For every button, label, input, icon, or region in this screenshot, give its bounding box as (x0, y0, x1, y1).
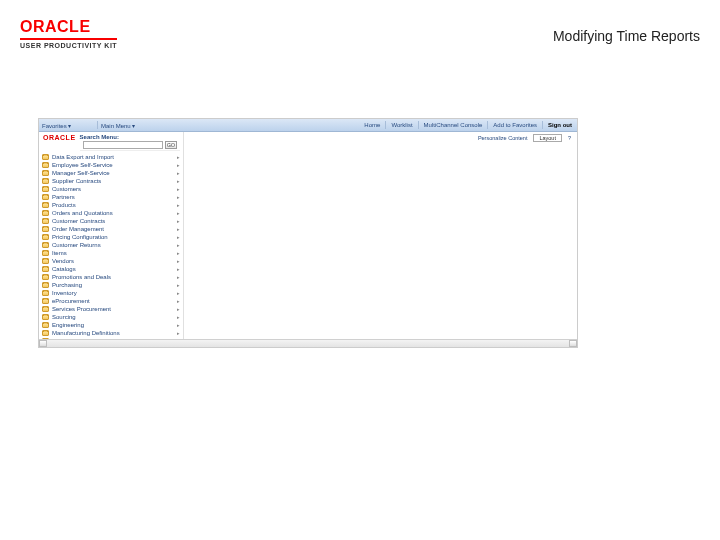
nav-item-label: Engineering (52, 322, 84, 328)
app-topbar: Favorites ▾ Main Menu ▾ Home Worklist Mu… (39, 119, 577, 132)
scroll-left-button[interactable] (39, 340, 47, 347)
horizontal-scrollbar[interactable] (39, 339, 577, 347)
nav-item-label: Orders and Quotations (52, 210, 113, 216)
scroll-right-button[interactable] (569, 340, 577, 347)
folder-icon (42, 162, 49, 168)
nav-item[interactable]: Promotions and Deals▸ (39, 273, 183, 281)
chevron-right-icon: ▸ (177, 170, 180, 176)
folder-icon (42, 186, 49, 192)
nav-worklist[interactable]: Worklist (386, 119, 417, 131)
chevron-right-icon: ▸ (177, 314, 180, 320)
chevron-right-icon: ▸ (177, 162, 180, 168)
nav-item[interactable]: Orders and Quotations▸ (39, 209, 183, 217)
nav-item[interactable]: Inventory▸ (39, 289, 183, 297)
folder-icon (42, 266, 49, 272)
chevron-right-icon: ▸ (177, 258, 180, 264)
nav-item[interactable]: Products▸ (39, 201, 183, 209)
nav-item[interactable]: Customer Returns▸ (39, 241, 183, 249)
nav-item-label: Customer Contracts (52, 218, 105, 224)
folder-icon (42, 170, 49, 176)
chevron-right-icon: ▸ (177, 298, 180, 304)
nav-item[interactable]: Production Control▸ (39, 337, 183, 339)
nav-item[interactable]: Data Export and Import▸ (39, 153, 183, 161)
nav-item[interactable]: Vendors▸ (39, 257, 183, 265)
chevron-right-icon: ▸ (177, 218, 180, 224)
folder-icon (42, 330, 49, 336)
nav-item[interactable]: Sourcing▸ (39, 313, 183, 321)
folder-icon (42, 274, 49, 280)
nav-item[interactable]: Items▸ (39, 249, 183, 257)
page-title: Modifying Time Reports (553, 28, 700, 44)
nav-item-label: Vendors (52, 258, 74, 264)
chevron-right-icon: ▸ (177, 306, 180, 312)
folder-icon (42, 226, 49, 232)
oracle-logo: ORACLE (20, 18, 117, 36)
nav-sign-out[interactable]: Sign out (543, 119, 577, 131)
nav-item[interactable]: Customer Contracts▸ (39, 217, 183, 225)
favorites-menu[interactable]: Favorites ▾ (39, 119, 97, 131)
nav-item[interactable]: Customers▸ (39, 185, 183, 193)
chevron-right-icon: ▸ (177, 202, 180, 208)
nav-menu: Data Export and Import▸Employee Self-Ser… (39, 151, 183, 339)
nav-item-label: Items (52, 250, 67, 256)
folder-icon (42, 314, 49, 320)
folder-icon (42, 242, 49, 248)
nav-item[interactable]: Manufacturing Definitions▸ (39, 329, 183, 337)
nav-item-label: Production Control (52, 338, 102, 339)
folder-icon (42, 250, 49, 256)
nav-item-label: Promotions and Deals (52, 274, 111, 280)
folder-icon (42, 338, 49, 339)
chevron-right-icon: ▸ (177, 322, 180, 328)
main-menu[interactable]: Main Menu ▾ (98, 119, 156, 131)
nav-item[interactable]: Catalogs▸ (39, 265, 183, 273)
nav-item-label: Customers (52, 186, 81, 192)
chevron-right-icon: ▸ (177, 282, 180, 288)
left-nav-panel: ORACLE Search Menu: GO Data Export and I… (39, 132, 184, 339)
nav-item-label: Partners (52, 194, 75, 200)
chevron-right-icon: ▸ (177, 178, 180, 184)
chevron-right-icon: ▸ (177, 338, 180, 339)
nav-item-label: Employee Self-Service (52, 162, 113, 168)
nav-item[interactable]: Manager Self-Service▸ (39, 169, 183, 177)
chevron-right-icon: ▸ (177, 266, 180, 272)
folder-icon (42, 202, 49, 208)
oracle-small-logo: ORACLE (39, 132, 80, 143)
nav-item[interactable]: Engineering▸ (39, 321, 183, 329)
chevron-right-icon: ▸ (177, 186, 180, 192)
nav-item-label: Manager Self-Service (52, 170, 110, 176)
nav-item[interactable]: Partners▸ (39, 193, 183, 201)
nav-multichannel[interactable]: MultiChannel Console (419, 119, 488, 131)
nav-item[interactable]: Pricing Configuration▸ (39, 233, 183, 241)
chevron-right-icon: ▸ (177, 210, 180, 216)
chevron-right-icon: ▸ (177, 194, 180, 200)
nav-item-label: Purchasing (52, 282, 82, 288)
nav-item[interactable]: Supplier Contracts▸ (39, 177, 183, 185)
folder-icon (42, 234, 49, 240)
chevron-right-icon: ▸ (177, 154, 180, 160)
folder-icon (42, 154, 49, 160)
chevron-right-icon: ▸ (177, 330, 180, 336)
nav-item-label: Inventory (52, 290, 77, 296)
help-icon[interactable]: ? (568, 135, 571, 141)
folder-icon (42, 306, 49, 312)
personalize-layout-select[interactable]: Layout (533, 134, 562, 142)
nav-add-favorites[interactable]: Add to Favorites (488, 119, 542, 131)
personalize-content-link[interactable]: Personalize Content (478, 135, 528, 141)
nav-item[interactable]: Services Procurement▸ (39, 305, 183, 313)
nav-home[interactable]: Home (359, 119, 385, 131)
app-window: Favorites ▾ Main Menu ▾ Home Worklist Mu… (38, 118, 578, 348)
folder-icon (42, 282, 49, 288)
chevron-right-icon: ▸ (177, 290, 180, 296)
nav-item[interactable]: Purchasing▸ (39, 281, 183, 289)
brand-subtitle: USER PRODUCTIVITY KIT (20, 38, 117, 49)
nav-item[interactable]: Order Management▸ (39, 225, 183, 233)
folder-icon (42, 178, 49, 184)
nav-item[interactable]: Employee Self-Service▸ (39, 161, 183, 169)
nav-item-label: Customer Returns (52, 242, 101, 248)
nav-item-label: eProcurement (52, 298, 90, 304)
nav-item-label: Products (52, 202, 76, 208)
nav-item[interactable]: eProcurement▸ (39, 297, 183, 305)
nav-item-label: Supplier Contracts (52, 178, 101, 184)
search-input[interactable] (83, 141, 163, 149)
search-go-button[interactable]: GO (165, 141, 177, 149)
